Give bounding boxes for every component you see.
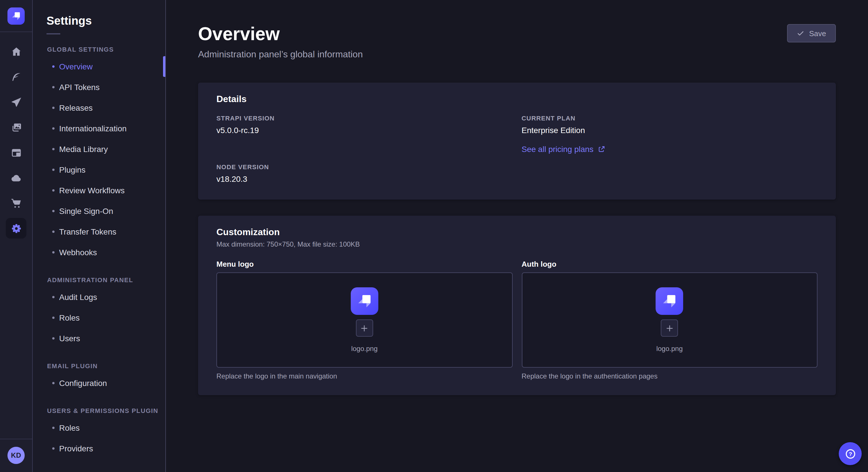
bullet-icon <box>52 107 55 109</box>
sidebar-item-audit-logs[interactable]: Audit Logs <box>33 287 165 307</box>
sidebar-item-up-providers[interactable]: Providers <box>33 438 165 459</box>
add-logo-button[interactable] <box>356 319 373 337</box>
logo-uploads: Menu logo logo.png Replace the logo in t… <box>216 260 817 380</box>
layout-icon[interactable] <box>6 142 26 163</box>
bullet-icon <box>52 210 55 212</box>
sidebar-item-email-configuration[interactable]: Configuration <box>33 373 165 394</box>
field-value: Enterprise Edition <box>522 126 817 135</box>
pricing-plans-link[interactable]: See all pricing plans <box>522 144 606 154</box>
sidebar-item-up-roles[interactable]: Roles <box>33 417 165 438</box>
sidebar-item-label: Releases <box>59 103 93 112</box>
external-link-icon <box>598 145 606 153</box>
sidebar-item-label: Configuration <box>59 378 107 388</box>
sidebar-item-media-library[interactable]: Media Library <box>33 139 165 160</box>
sidebar-item-admin-users[interactable]: Users <box>33 328 165 349</box>
sidebar-item-label: Audit Logs <box>59 293 97 302</box>
cloud-icon[interactable] <box>6 167 26 188</box>
bullet-icon <box>52 148 55 150</box>
pricing-link-row: See all pricing plans <box>522 144 817 154</box>
home-icon[interactable] <box>6 41 26 62</box>
gear-icon[interactable] <box>6 218 26 239</box>
strapi-admin-window: KD Settings GLOBAL SETTINGS Overview API… <box>0 0 868 472</box>
auth-logo-caption: Replace the logo in the authentication p… <box>522 372 817 380</box>
strapi-logo-icon <box>9 9 23 23</box>
bullet-icon <box>52 382 55 384</box>
sidebar-item-label: Review Workflows <box>59 186 125 195</box>
paper-plane-icon[interactable] <box>6 92 26 112</box>
bullet-icon <box>52 447 55 450</box>
sidebar-item-label: Transfer Tokens <box>59 227 116 236</box>
section-label-email-plugin: EMAIL PLUGIN <box>33 363 165 369</box>
menu-logo-field: Menu logo logo.png Replace the logo in t… <box>216 260 513 380</box>
sidebar-item-label: Plugins <box>59 165 86 174</box>
cart-icon[interactable] <box>6 193 26 213</box>
bullet-icon <box>52 337 55 339</box>
sidebar-item-label: Overview <box>59 62 93 71</box>
help-button[interactable] <box>839 442 862 465</box>
sidebar-item-overview[interactable]: Overview <box>33 56 165 77</box>
customization-heading: Customization <box>216 227 817 237</box>
logo-filename: logo.png <box>656 345 683 353</box>
sidebar-item-label: Internationalization <box>59 124 127 133</box>
field-label: NODE VERSION <box>216 164 513 170</box>
bullet-icon <box>52 427 55 429</box>
add-logo-button[interactable] <box>661 319 678 337</box>
field-current-plan: CURRENT PLAN Enterprise Edition <box>522 115 817 135</box>
details-card: Details STRAPI VERSION v5.0.0-rc.19 CURR… <box>198 82 836 200</box>
sidebar-item-webhooks[interactable]: Webhooks <box>33 242 165 263</box>
avatar[interactable]: KD <box>7 447 25 464</box>
check-icon <box>797 30 805 37</box>
sidebar-item-transfer-tokens[interactable]: Transfer Tokens <box>33 222 165 242</box>
page-header: Overview Administration panel’s global i… <box>198 23 836 60</box>
sidebar-item-single-sign-on[interactable]: Single Sign-On <box>33 201 165 222</box>
field-label: CURRENT PLAN <box>522 115 817 122</box>
auth-logo-dropzone[interactable]: logo.png <box>522 272 817 368</box>
plus-icon <box>665 324 674 332</box>
sidebar-item-review-workflows[interactable]: Review Workflows <box>33 180 165 201</box>
field-node-version: NODE VERSION v18.20.3 <box>216 164 513 183</box>
bullet-icon <box>52 127 55 130</box>
question-mark-icon <box>844 448 856 460</box>
strapi-logo-icon <box>659 290 681 312</box>
plus-icon <box>360 324 369 332</box>
sidebar-item-label: Media Library <box>59 144 108 154</box>
media-library-icon[interactable] <box>6 117 26 138</box>
sidebar-item-label: Roles <box>59 423 80 432</box>
sidebar-item-label: API Tokens <box>59 82 100 92</box>
pricing-link-label: See all pricing plans <box>522 144 594 154</box>
sidebar-item-internationalization[interactable]: Internationalization <box>33 118 165 139</box>
menu-logo-dropzone[interactable]: logo.png <box>216 272 513 368</box>
subnav-title: Settings <box>46 14 165 28</box>
details-heading: Details <box>216 94 817 104</box>
page-subtitle: Administration panel’s global informatio… <box>198 49 363 60</box>
subnav-title-rule <box>46 33 60 34</box>
feather-icon[interactable] <box>6 67 26 87</box>
bullet-icon <box>52 251 55 254</box>
customization-constraints: Max dimension: 750×750, Max file size: 1… <box>216 240 817 248</box>
sidebar-item-admin-roles[interactable]: Roles <box>33 307 165 328</box>
sidebar-item-label: Single Sign-On <box>59 206 113 216</box>
bullet-icon <box>52 189 55 192</box>
sidebar-item-releases[interactable]: Releases <box>33 98 165 118</box>
rail-icon-list <box>6 32 26 239</box>
rail-bottom: KD <box>0 439 32 472</box>
page-title: Overview <box>198 23 363 45</box>
rail-bottom-divider <box>0 439 32 439</box>
menu-logo-caption: Replace the logo in the main navigation <box>216 372 513 380</box>
field-strapi-version: STRAPI VERSION v5.0.0-rc.19 <box>216 115 513 135</box>
sidebar-item-label: Providers <box>59 444 93 453</box>
sidebar-item-label: Roles <box>59 313 80 322</box>
section-label-global-settings: GLOBAL SETTINGS <box>33 46 165 53</box>
sidebar-item-api-tokens[interactable]: API Tokens <box>33 77 165 98</box>
section-label-administration-panel: ADMINISTRATION PANEL <box>33 276 165 283</box>
auth-logo-label: Auth logo <box>522 260 817 268</box>
auth-logo-field: Auth logo logo.png Replace the logo in t… <box>522 260 817 380</box>
menu-logo-label: Menu logo <box>216 260 513 268</box>
strapi-logo-button[interactable] <box>7 7 25 25</box>
save-button[interactable]: Save <box>787 24 836 42</box>
sidebar-item-plugins[interactable]: Plugins <box>33 160 165 180</box>
bullet-icon <box>52 316 55 319</box>
save-button-label: Save <box>809 29 826 38</box>
sidebar-item-label: Webhooks <box>59 248 97 257</box>
bullet-icon <box>52 65 55 68</box>
